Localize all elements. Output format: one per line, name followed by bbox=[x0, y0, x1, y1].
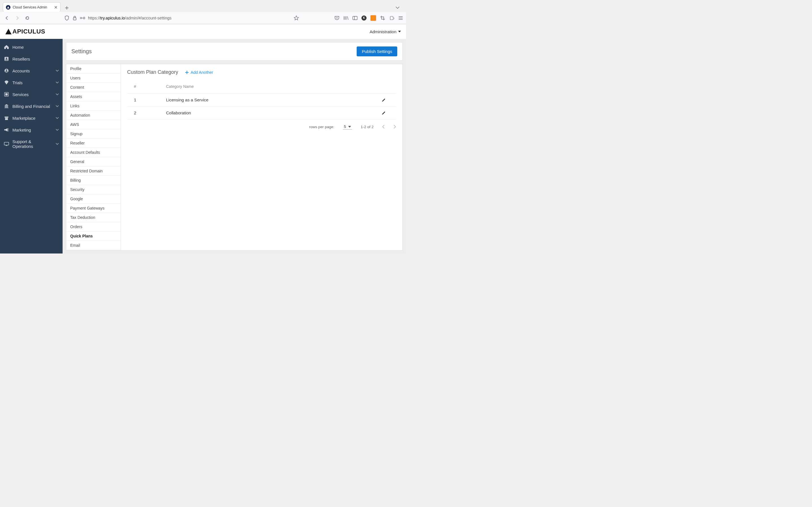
svg-rect-11 bbox=[4, 142, 9, 145]
url-box[interactable]: https://try.apiculus.io/admin/#/account-… bbox=[64, 13, 299, 22]
reload-button[interactable] bbox=[23, 14, 32, 22]
sidebar-toggle-icon[interactable] bbox=[352, 15, 357, 20]
monitor-icon bbox=[4, 142, 9, 147]
library-icon[interactable] bbox=[343, 15, 349, 20]
layers-icon bbox=[4, 92, 9, 97]
settings-nav-item[interactable]: Links bbox=[66, 101, 121, 111]
sidebar: Home Resellers Accounts Trials Services … bbox=[0, 39, 63, 253]
publish-settings-button[interactable]: Publish Settings bbox=[357, 47, 397, 56]
metamask-icon[interactable] bbox=[370, 15, 376, 21]
administration-dropdown[interactable]: Administration bbox=[370, 29, 401, 34]
brand-logo[interactable]: APICULUS bbox=[5, 28, 45, 35]
page-range: 1-2 of 2 bbox=[361, 125, 373, 129]
column-category-name: Category Name bbox=[164, 80, 379, 94]
user-circle-icon bbox=[4, 68, 9, 73]
settings-nav-item[interactable]: General bbox=[66, 157, 121, 166]
page-prev-button[interactable] bbox=[382, 125, 385, 129]
settings-nav-item[interactable]: Tax Deduction bbox=[66, 213, 121, 222]
settings-nav-item[interactable]: Assets bbox=[66, 92, 121, 101]
settings-nav: ProfileUsersContentAssetsLinksAutomation… bbox=[66, 64, 121, 250]
sidebar-item-services[interactable]: Services bbox=[0, 89, 63, 100]
rows-per-page-select[interactable]: 5 bbox=[343, 124, 352, 129]
chevron-down-icon bbox=[56, 70, 59, 71]
chevron-down-icon bbox=[56, 105, 59, 107]
sidebar-item-marketing[interactable]: Marketing bbox=[0, 124, 63, 136]
settings-nav-item[interactable]: Google bbox=[66, 194, 121, 204]
chevron-down-icon bbox=[56, 94, 59, 95]
sidebar-item-accounts[interactable]: Accounts bbox=[0, 65, 63, 76]
table-row: 1Licensing as a Service bbox=[127, 94, 396, 107]
svg-point-2 bbox=[83, 17, 85, 19]
browser-chrome: Cloud Services Admin bbox=[0, 0, 406, 24]
crop-icon[interactable] bbox=[380, 15, 385, 20]
caret-down-icon bbox=[398, 31, 401, 33]
url-security-icons bbox=[64, 15, 85, 20]
account-k-icon[interactable]: K bbox=[361, 15, 366, 20]
chevron-down-icon bbox=[56, 143, 59, 145]
tag-icon bbox=[4, 80, 9, 85]
address-bar: https://try.apiculus.io/admin/#/account-… bbox=[0, 12, 406, 24]
main-panel: Custom Plan Category Add Another # Categ… bbox=[121, 64, 403, 250]
settings-nav-item[interactable]: Payment Gateways bbox=[66, 204, 121, 213]
settings-nav-item[interactable]: Email bbox=[66, 241, 121, 250]
settings-nav-item[interactable]: Content bbox=[66, 83, 121, 92]
svg-rect-1 bbox=[80, 17, 82, 18]
svg-rect-3 bbox=[353, 16, 357, 20]
table-pager: rows per page: 5 1-2 of 2 bbox=[127, 124, 396, 129]
tab-title: Cloud Services Admin bbox=[13, 5, 52, 9]
sidebar-item-marketplace[interactable]: Marketplace bbox=[0, 112, 63, 124]
content-header: Settings Publish Settings bbox=[66, 42, 403, 61]
settings-nav-item[interactable]: Restricted Domain bbox=[66, 166, 121, 176]
brand-mark-icon bbox=[5, 29, 12, 35]
settings-nav-item[interactable]: Signup bbox=[66, 129, 121, 138]
home-icon bbox=[4, 45, 9, 50]
settings-nav-item[interactable]: Security bbox=[66, 185, 121, 194]
settings-nav-item[interactable]: Orders bbox=[66, 222, 121, 231]
tab-bar: Cloud Services Admin bbox=[0, 0, 406, 12]
row-category-name: Licensing as a Service bbox=[164, 94, 379, 107]
user-badge-icon bbox=[4, 56, 9, 61]
settings-nav-item[interactable]: Account Defaults bbox=[66, 148, 121, 157]
tab-list-button[interactable] bbox=[394, 4, 402, 12]
settings-nav-item[interactable]: Users bbox=[66, 73, 121, 83]
add-another-link[interactable]: Add Another bbox=[185, 70, 213, 75]
extensions-icon[interactable] bbox=[389, 15, 394, 20]
new-tab-button[interactable] bbox=[63, 4, 71, 12]
edit-icon[interactable] bbox=[382, 111, 394, 115]
settings-nav-item[interactable]: Profile bbox=[66, 64, 121, 73]
tab-favicon bbox=[6, 5, 10, 10]
rows-per-page-label: rows per page: bbox=[309, 125, 334, 129]
menu-icon[interactable] bbox=[398, 15, 403, 20]
table-header-row: # Category Name bbox=[127, 80, 396, 94]
sidebar-item-home[interactable]: Home bbox=[0, 41, 63, 53]
settings-nav-item[interactable]: Automation bbox=[66, 111, 121, 120]
content-area: Settings Publish Settings ProfileUsersCo… bbox=[63, 39, 406, 253]
page-next-button[interactable] bbox=[393, 125, 396, 129]
settings-nav-item[interactable]: Reseller bbox=[66, 138, 121, 148]
settings-nav-item[interactable]: Quick Plans bbox=[66, 231, 121, 241]
sidebar-item-support[interactable]: Support & Operations bbox=[0, 136, 63, 152]
row-index: 1 bbox=[127, 94, 164, 107]
panels: ProfileUsersContentAssetsLinksAutomation… bbox=[66, 64, 403, 250]
close-icon[interactable] bbox=[54, 6, 57, 9]
table-row: 2Collaboration bbox=[127, 107, 396, 119]
forward-button[interactable] bbox=[13, 14, 21, 22]
settings-nav-item[interactable]: AWS bbox=[66, 120, 121, 129]
browser-tab[interactable]: Cloud Services Admin bbox=[3, 2, 61, 12]
settings-nav-item[interactable]: Billing bbox=[66, 176, 121, 185]
lock-icon[interactable] bbox=[72, 15, 77, 20]
chevron-down-icon bbox=[56, 117, 59, 119]
caret-down-icon bbox=[348, 126, 351, 128]
shield-icon[interactable] bbox=[64, 15, 69, 20]
back-button[interactable] bbox=[3, 14, 11, 22]
plus-icon bbox=[185, 70, 190, 75]
pocket-icon[interactable] bbox=[335, 15, 340, 20]
page-title: Settings bbox=[71, 48, 92, 55]
sidebar-item-billing[interactable]: Billing and Financial bbox=[0, 100, 63, 112]
panel-title-row: Custom Plan Category Add Another bbox=[127, 69, 396, 75]
edit-icon[interactable] bbox=[382, 98, 394, 102]
bookmark-star-icon[interactable] bbox=[294, 15, 299, 20]
sidebar-item-resellers[interactable]: Resellers bbox=[0, 53, 63, 65]
sidebar-item-trials[interactable]: Trials bbox=[0, 76, 63, 89]
permissions-icon[interactable] bbox=[80, 15, 85, 20]
